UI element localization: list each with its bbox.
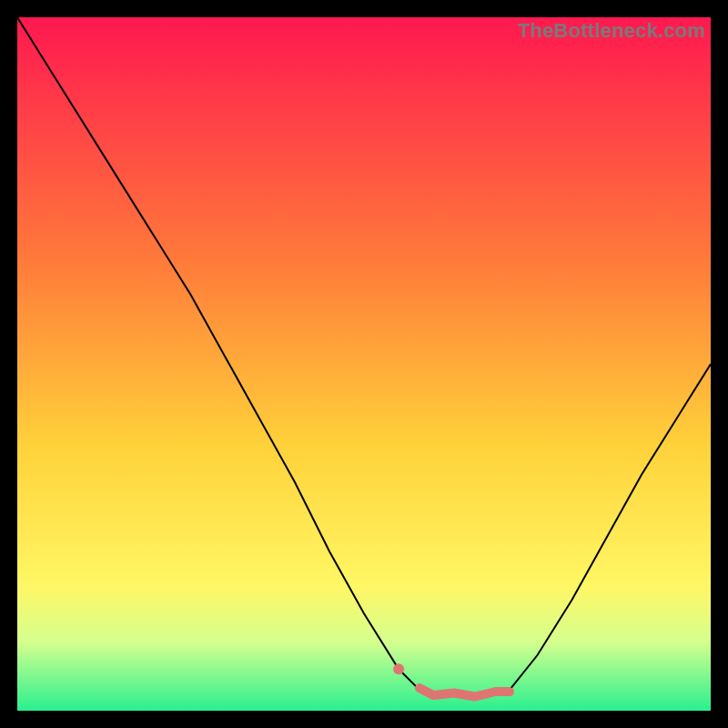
bottleneck-chart <box>17 17 711 711</box>
attribution-text: TheBottleneck.com <box>518 19 705 43</box>
chart-frame: TheBottleneck.com <box>17 17 711 711</box>
chart-background <box>17 17 711 711</box>
highlight-dot <box>393 663 404 674</box>
